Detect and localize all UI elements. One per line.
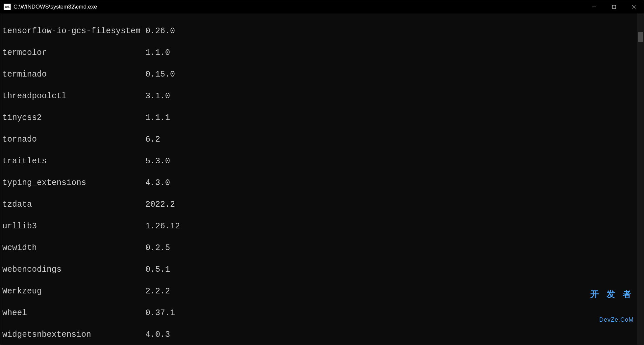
package-version: 2.2.2 — [145, 287, 170, 296]
package-version: 0.2.5 — [145, 243, 170, 253]
close-icon — [632, 5, 636, 9]
package-version: 0.15.0 — [145, 70, 175, 79]
package-version: 0.26.0 — [145, 26, 175, 36]
package-version: 4.3.0 — [145, 178, 170, 188]
watermark: 开 发 者 DevZe.CoM — [590, 271, 634, 341]
package-version: 0.5.1 — [145, 265, 170, 274]
maximize-button[interactable] — [604, 0, 624, 13]
watermark-cn: 开 发 者 — [590, 289, 634, 299]
package-name: urllib3 — [2, 221, 145, 232]
package-row: tinycss21.1.1 — [2, 112, 642, 123]
titlebar[interactable]: C:\. C:\WINDOWS\system32\cmd.exe — [0, 0, 644, 13]
package-row: wcwidth0.2.5 — [2, 242, 642, 253]
minimize-icon — [592, 5, 597, 9]
package-name: typing_extensions — [2, 177, 145, 188]
package-name: tornado — [2, 134, 145, 145]
package-name: traitlets — [2, 156, 145, 167]
package-name: wheel — [2, 308, 145, 318]
window-title: C:\WINDOWS\system32\cmd.exe — [13, 4, 97, 10]
package-version: 6.2 — [145, 135, 160, 144]
package-version: 5.3.0 — [145, 156, 170, 166]
package-version: 2022.2 — [145, 200, 175, 209]
package-name: tzdata — [2, 199, 145, 210]
package-row: threadpoolctl3.1.0 — [2, 91, 642, 102]
titlebar-left: C:\. C:\WINDOWS\system32\cmd.exe — [4, 4, 97, 10]
package-row: Werkzeug2.2.2 — [2, 286, 642, 297]
package-row: wheel0.37.1 — [2, 308, 642, 318]
package-name: Werkzeug — [2, 286, 145, 297]
package-version: 1.1.1 — [145, 113, 170, 123]
package-row: termcolor1.1.0 — [2, 47, 642, 58]
window-controls — [584, 0, 644, 13]
package-version: 3.1.0 — [145, 91, 170, 101]
terminal-output[interactable]: tensorflow-io-gcs-filesystem0.26.0 termc… — [0, 13, 644, 345]
close-button[interactable] — [624, 0, 644, 13]
package-row: widgetsnbextension4.0.3 — [2, 329, 642, 340]
package-version: 1.26.12 — [145, 221, 180, 231]
package-name: webencodings — [2, 264, 145, 275]
minimize-button[interactable] — [584, 0, 604, 13]
watermark-en: DevZe.CoM — [590, 317, 634, 323]
package-version: 4.0.3 — [145, 330, 170, 339]
package-name: tinycss2 — [2, 112, 145, 123]
cmd-window: C:\. C:\WINDOWS\system32\cmd.exe tensorf… — [0, 0, 644, 345]
package-row: tornado6.2 — [2, 134, 642, 145]
package-version: 1.1.0 — [145, 48, 170, 58]
svg-rect-1 — [612, 5, 616, 9]
package-row: tensorflow-io-gcs-filesystem0.26.0 — [2, 26, 642, 36]
package-name: threadpoolctl — [2, 91, 145, 102]
package-row: urllib31.26.12 — [2, 221, 642, 232]
package-row: terminado0.15.0 — [2, 69, 642, 80]
package-name: terminado — [2, 69, 145, 80]
package-name: tensorflow-io-gcs-filesystem — [2, 26, 145, 36]
package-row: tzdata2022.2 — [2, 199, 642, 210]
scrollbar[interactable] — [637, 13, 644, 345]
package-name: wcwidth — [2, 242, 145, 253]
package-version: 0.37.1 — [145, 308, 175, 318]
package-row: webencodings0.5.1 — [2, 264, 642, 275]
package-name: termcolor — [2, 47, 145, 58]
package-row: typing_extensions4.3.0 — [2, 177, 642, 188]
scroll-thumb[interactable] — [638, 32, 643, 42]
package-row: traitlets5.3.0 — [2, 156, 642, 167]
package-name: widgetsnbextension — [2, 329, 145, 340]
maximize-icon — [612, 5, 616, 9]
cmd-icon: C:\. — [4, 4, 11, 10]
